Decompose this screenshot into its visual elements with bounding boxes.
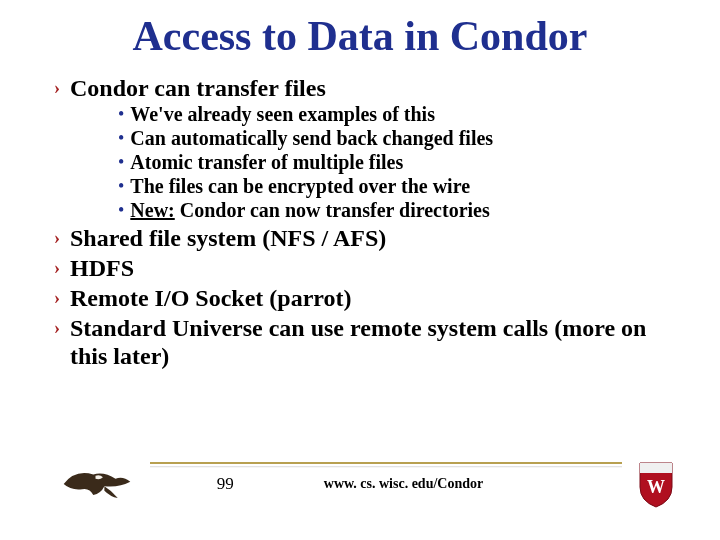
bullet-item: › Condor can transfer files • We've alre… xyxy=(54,74,672,222)
bullet-text: Remote I/O Socket (parrot) xyxy=(70,284,351,312)
bullet-list: › Condor can transfer files • We've alre… xyxy=(54,74,672,370)
sub-item: • The files can be encrypted over the wi… xyxy=(118,174,672,198)
svg-text:W: W xyxy=(647,477,665,497)
footer: 99 www. cs. wisc. edu/Condor W xyxy=(60,456,676,512)
sub-item: • We've already seen examples of this xyxy=(118,102,672,126)
bullet-text: Shared file system (NFS / AFS) xyxy=(70,224,386,252)
footer-center: 99 www. cs. wisc. edu/Condor xyxy=(104,474,636,494)
underline-text: New: xyxy=(130,199,174,221)
sub-text: Can automatically send back changed file… xyxy=(130,126,493,150)
bullet-item: › HDFS xyxy=(54,254,672,282)
footer-url: www. cs. wisc. edu/Condor xyxy=(324,476,483,492)
bullet-dot-icon: • xyxy=(118,198,124,222)
sub-list: • We've already seen examples of this • … xyxy=(118,102,672,222)
bullet-dot-icon: • xyxy=(118,102,124,126)
sub-text: The files can be encrypted over the wire xyxy=(130,174,470,198)
sub-text: New: Condor can now transfer directories xyxy=(130,198,489,222)
slide-title: Access to Data in Condor xyxy=(48,12,672,60)
chevron-right-icon: › xyxy=(54,284,60,312)
bullet-dot-icon: • xyxy=(118,126,124,150)
chevron-right-icon: › xyxy=(54,224,60,252)
sub-item: • Atomic transfer of multiple files xyxy=(118,150,672,174)
sub-text: We've already seen examples of this xyxy=(130,102,435,126)
bullet-text: HDFS xyxy=(70,254,134,282)
chevron-right-icon: › xyxy=(54,254,60,282)
chevron-right-icon: › xyxy=(54,74,60,102)
sub-item: • New: Condor can now transfer directori… xyxy=(118,198,672,222)
bullet-item: › Standard Universe can use remote syste… xyxy=(54,314,672,370)
sub-text: Atomic transfer of multiple files xyxy=(130,150,403,174)
slide: Access to Data in Condor › Condor can tr… xyxy=(0,0,720,540)
sub-text-rest: Condor can now transfer directories xyxy=(175,199,490,221)
bullet-text: Condor can transfer files xyxy=(70,74,326,102)
bullet-text: Standard Universe can use remote system … xyxy=(70,314,672,370)
bullet-item: › Remote I/O Socket (parrot) xyxy=(54,284,672,312)
sub-item: • Can automatically send back changed fi… xyxy=(118,126,672,150)
chevron-right-icon: › xyxy=(54,314,60,342)
wisconsin-shield-icon: W xyxy=(636,459,676,509)
bullet-dot-icon: • xyxy=(118,174,124,198)
slide-content: › Condor can transfer files • We've alre… xyxy=(48,74,672,370)
bullet-dot-icon: • xyxy=(118,150,124,174)
bullet-item: › Shared file system (NFS / AFS) xyxy=(54,224,672,252)
page-number: 99 xyxy=(217,474,234,494)
svg-rect-0 xyxy=(640,463,672,473)
